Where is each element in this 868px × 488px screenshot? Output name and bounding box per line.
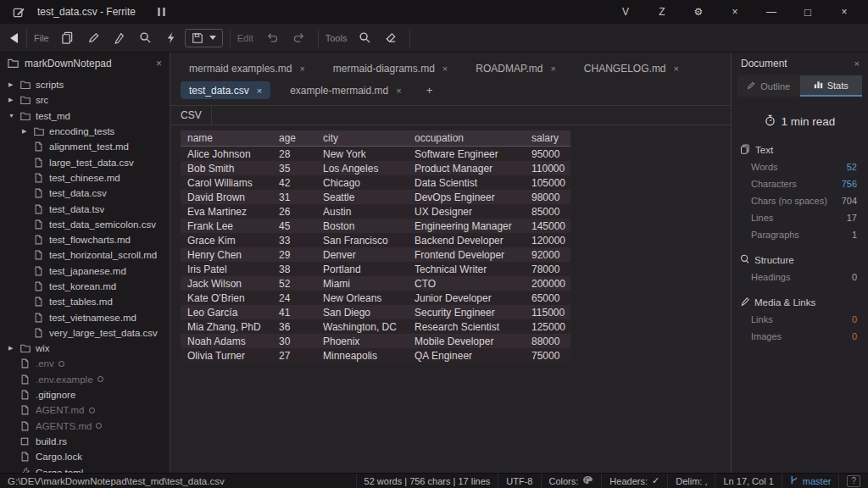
pages-button[interactable]: [56, 29, 79, 47]
tree-item-test-data-csv[interactable]: test_data.csv: [0, 186, 170, 201]
cursor-position-segment[interactable]: Ln 17, Col 1: [715, 474, 781, 488]
file-icon: [34, 328, 45, 338]
tree-item-src[interactable]: ▶src: [0, 92, 170, 108]
tree-item-test-horizontal-scroll-md[interactable]: test_horizontal_scroll.md: [0, 247, 170, 263]
table-row[interactable]: Carol Williams42ChicagoData Scientist105…: [181, 175, 570, 190]
undo-button[interactable]: [260, 30, 284, 46]
cell-age: 24: [272, 291, 316, 305]
table-row[interactable]: Grace Kim33San FranciscoBackend Develope…: [181, 233, 570, 247]
minimize-button[interactable]: —: [759, 6, 784, 18]
tree-item-test-korean-md[interactable]: test_korean.md: [0, 279, 170, 294]
tab-close-icon[interactable]: ×: [674, 64, 679, 74]
sidebar-close-icon[interactable]: ×: [156, 58, 162, 69]
table-row[interactable]: Olivia Turner27MinneapolisQA Engineer750…: [181, 348, 570, 363]
tree-item-test-tables-md[interactable]: test_tables.md: [0, 294, 170, 309]
tree-item-cargo-lock[interactable]: Cargo.lock: [0, 449, 170, 464]
tab-example-mermaid-md[interactable]: example-mermaid.md×: [281, 81, 409, 99]
cell-city: Los Angeles: [316, 161, 408, 175]
z-button[interactable]: Z: [649, 6, 675, 18]
tree-item-test-md[interactable]: ▼test_md: [0, 108, 170, 124]
tab-close-icon[interactable]: ×: [442, 64, 448, 74]
table-row[interactable]: David Brown31SeattleDevOps Engineer98000: [181, 190, 570, 204]
panel-tab-outline[interactable]: Outline: [737, 75, 800, 97]
table-row[interactable]: Iris Patel38PortlandTechnical Writer7800…: [181, 262, 570, 276]
table-row[interactable]: Noah Adams30PhoenixMobile Developer88000: [181, 334, 570, 348]
pen-button[interactable]: [82, 29, 105, 47]
chevron-right-icon[interactable]: ▶: [8, 97, 20, 103]
cell-name: Kate O'Brien: [181, 291, 272, 305]
close-window-button[interactable]: ×: [832, 6, 857, 18]
colors-segment[interactable]: Colors:: [541, 474, 602, 488]
redo-button[interactable]: [287, 30, 311, 46]
tree-item-test-japanese-md[interactable]: test_japanese.md: [0, 263, 170, 279]
tree-item-encoding-tests[interactable]: ▶encoding_tests: [0, 124, 170, 139]
tree-item-agents-md[interactable]: AGENTS.md: [0, 419, 170, 434]
tools-search-button[interactable]: [353, 29, 376, 47]
table-row[interactable]: Bob Smith35Los AngelesProduct Manager110…: [181, 161, 570, 175]
tab-roadmap-md[interactable]: ROADMAP.md×: [467, 59, 565, 77]
tree-item-cargo-toml[interactable]: Cargo.toml: [0, 464, 170, 473]
stat-lines: Lines17: [740, 209, 860, 226]
encoding-segment[interactable]: UTF-8: [498, 474, 540, 488]
tab-close-icon[interactable]: ×: [299, 64, 304, 74]
pen-nib-button[interactable]: [108, 30, 131, 47]
pause-icon[interactable]: [158, 8, 165, 16]
tab-mermaid-examples-md[interactable]: mermaid examples.md×: [181, 59, 314, 77]
table-row[interactable]: Henry Chen29DenverFrontend Developer9200…: [181, 247, 570, 262]
tree-item-build-rs[interactable]: build.rs: [0, 434, 170, 449]
eraser-icon: [385, 32, 398, 44]
search-button[interactable]: [134, 29, 157, 47]
tree-item-alignment-test-md[interactable]: alignment_test.md: [0, 139, 170, 154]
headers-segment[interactable]: Headers: ✓: [601, 474, 667, 488]
tree-item-env[interactable]: .env: [0, 356, 170, 371]
tree-item-env-example[interactable]: .env.example: [0, 372, 170, 387]
settings-button[interactable]: ⚙: [686, 6, 711, 18]
tab-changelog-md[interactable]: CHANGELOG.md×: [576, 59, 687, 77]
back-icon[interactable]: [10, 33, 18, 43]
tree-item-test-data-tsv[interactable]: test_data.tsv: [0, 201, 170, 216]
table-row[interactable]: Frank Lee45BostonEngineering Manager1450…: [181, 219, 570, 233]
tree-item-large-test-data-csv[interactable]: large_test_data.csv: [0, 154, 170, 169]
quick-action-button[interactable]: [160, 29, 181, 47]
cell-salary: 200000: [525, 276, 570, 291]
new-tab-button[interactable]: +: [421, 84, 438, 97]
tree-item-wix[interactable]: ▶wix: [0, 341, 170, 356]
tab-mermaid-diagrams-md[interactable]: mermaid-diagrams.md×: [325, 59, 456, 77]
panel-tab-stats[interactable]: Stats: [800, 75, 863, 97]
tree-item-test-flowcharts-md[interactable]: test_flowcharts.md: [0, 232, 170, 247]
git-branch-segment[interactable]: master: [782, 474, 839, 488]
tree-item-test-vietnamese-md[interactable]: test_vietnamese.md: [0, 309, 170, 324]
tree-item-test-chinese-md[interactable]: test_chinese.md: [0, 170, 170, 186]
v-button[interactable]: V: [613, 6, 638, 18]
chevron-right-icon[interactable]: ▶: [8, 81, 20, 88]
table-row[interactable]: Mia Zhang, PhD36Washington, DCResearch S…: [181, 319, 570, 334]
table-row[interactable]: Kate O'Brien24New OrleansJunior Develope…: [181, 291, 570, 305]
table-row[interactable]: Alice Johnson28New YorkSoftware Engineer…: [181, 147, 570, 162]
cell-city: Washington, DC: [316, 319, 408, 334]
tree-item-scripts[interactable]: ▶scripts: [0, 77, 170, 92]
cell-age: 26: [272, 204, 316, 219]
pen-icon: [87, 31, 100, 44]
table-row[interactable]: Eva Martinez26AustinUX Designer85000: [181, 204, 570, 219]
close-file-button[interactable]: ×: [722, 6, 748, 18]
tree-item-agent-md[interactable]: AGENT.md: [0, 402, 170, 418]
tree-item-very-large-test-data-csv[interactable]: very_large_test_data.csv: [0, 325, 170, 341]
tab-test-data-csv[interactable]: test_data.csv×: [181, 81, 270, 99]
eraser-button[interactable]: [380, 30, 403, 47]
maximize-button[interactable]: □: [795, 6, 821, 19]
table-row[interactable]: Jack Wilson52MiamiCTO200000: [181, 276, 570, 291]
tab-close-icon[interactable]: ×: [550, 64, 555, 74]
tree-item-gitignore[interactable]: .gitignore: [0, 387, 170, 402]
chevron-right-icon[interactable]: ▶: [22, 128, 34, 135]
save-button[interactable]: [185, 29, 223, 47]
document-panel-close-icon[interactable]: ×: [854, 58, 860, 69]
tab-close-icon[interactable]: ×: [257, 86, 262, 96]
chevron-down-icon[interactable]: ▼: [8, 113, 20, 119]
delimiter-segment[interactable]: Delim: ,: [667, 474, 715, 488]
help-segment[interactable]: ?: [838, 474, 868, 488]
tree-item-test-data-semicolon-csv[interactable]: test_data_semicolon.csv: [0, 217, 170, 232]
tab-close-icon[interactable]: ×: [396, 86, 401, 96]
table-row[interactable]: Leo García41San DiegoSecurity Engineer11…: [181, 305, 570, 319]
edit-menu-label: Edit: [237, 33, 253, 43]
chevron-right-icon[interactable]: ▶: [8, 345, 20, 352]
